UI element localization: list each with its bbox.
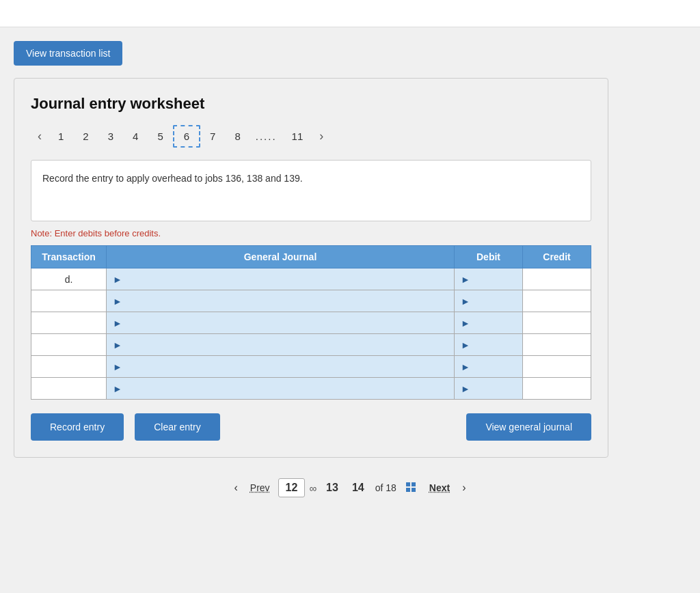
row-arrow-5: ► bbox=[113, 361, 122, 372]
general-journal-input-5[interactable] bbox=[122, 362, 450, 372]
grid-view-icon[interactable] bbox=[402, 478, 421, 497]
svg-rect-3 bbox=[412, 488, 416, 492]
action-buttons: Record entry Clear entry View general jo… bbox=[31, 413, 591, 441]
table-row: ► ► bbox=[31, 378, 591, 400]
table-row: ► ► bbox=[31, 290, 591, 312]
tab-2[interactable]: 2 bbox=[73, 126, 98, 146]
general-journal-cell-2[interactable]: ► bbox=[107, 290, 455, 312]
bottom-next-label[interactable]: Next bbox=[424, 480, 455, 496]
row-arrow-1: ► bbox=[113, 274, 122, 285]
top-bar bbox=[0, 0, 700, 27]
row-arrow-2: ► bbox=[113, 296, 122, 307]
bottom-next-arrow[interactable]: › bbox=[458, 479, 470, 497]
general-journal-input-6[interactable] bbox=[122, 384, 450, 394]
credit-cell-6[interactable] bbox=[523, 378, 591, 400]
bottom-page-14[interactable]: 14 bbox=[347, 479, 370, 497]
debit-cell-3[interactable]: ► bbox=[455, 312, 523, 334]
tab-6[interactable]: 6 bbox=[173, 125, 200, 148]
table-row: ► ► bbox=[31, 312, 591, 334]
credit-input-1[interactable] bbox=[527, 275, 587, 285]
instruction-text: Record the entry to apply overhead to jo… bbox=[42, 173, 303, 184]
debit-input-6[interactable] bbox=[470, 384, 518, 394]
row-arrow-3: ► bbox=[113, 318, 122, 329]
tab-3[interactable]: 3 bbox=[98, 126, 123, 146]
bottom-prev-arrow[interactable]: ‹ bbox=[230, 479, 241, 497]
debit-arrow-6: ► bbox=[461, 383, 470, 394]
credit-input-3[interactable] bbox=[527, 318, 587, 329]
transaction-cell-6 bbox=[31, 378, 107, 400]
credit-cell-3[interactable] bbox=[523, 312, 591, 334]
prev-tab-arrow[interactable]: ‹ bbox=[31, 129, 49, 143]
view-general-journal-button[interactable]: View general journal bbox=[466, 413, 591, 441]
debit-arrow-3: ► bbox=[461, 318, 470, 329]
transaction-cell-1: d. bbox=[31, 268, 107, 290]
tab-dots: ..... bbox=[250, 126, 282, 146]
debit-cell-5[interactable]: ► bbox=[455, 356, 523, 378]
debit-input-4[interactable] bbox=[470, 340, 518, 350]
tab-8[interactable]: 8 bbox=[225, 126, 250, 146]
credit-input-5[interactable] bbox=[527, 362, 587, 372]
bottom-pagination: ‹ Prev 12 ∞ 13 14 of 18 Next › bbox=[14, 458, 686, 511]
view-transaction-button[interactable]: View transaction list bbox=[14, 41, 122, 66]
instruction-box: Record the entry to apply overhead to jo… bbox=[31, 160, 591, 221]
debit-cell-4[interactable]: ► bbox=[455, 334, 523, 356]
general-journal-input-2[interactable] bbox=[122, 296, 450, 307]
worksheet-container: Journal entry worksheet ‹ 1 2 3 4 5 6 7 … bbox=[14, 78, 608, 458]
tab-1[interactable]: 1 bbox=[49, 126, 73, 146]
col-credit: Credit bbox=[523, 246, 591, 268]
loop-icon: ∞ bbox=[308, 480, 318, 497]
transaction-cell-4 bbox=[31, 334, 107, 356]
debit-cell-6[interactable]: ► bbox=[455, 378, 523, 400]
svg-rect-0 bbox=[406, 482, 410, 486]
credit-input-4[interactable] bbox=[527, 340, 587, 350]
general-journal-cell-6[interactable]: ► bbox=[107, 378, 455, 400]
bottom-page-13[interactable]: 13 bbox=[321, 479, 344, 497]
debit-arrow-5: ► bbox=[461, 361, 470, 372]
note-text: Note: Enter debits before credits. bbox=[31, 228, 591, 238]
general-journal-cell-4[interactable]: ► bbox=[107, 334, 455, 356]
table-row: ► ► bbox=[31, 334, 591, 356]
col-transaction: Transaction bbox=[31, 246, 107, 268]
bottom-prev-label[interactable]: Prev bbox=[245, 480, 275, 496]
general-journal-input-4[interactable] bbox=[122, 340, 450, 350]
table-row: ► ► bbox=[31, 356, 591, 378]
credit-input-2[interactable] bbox=[527, 296, 587, 307]
credit-cell-5[interactable] bbox=[523, 356, 591, 378]
bottom-of-label: of 18 bbox=[373, 480, 399, 496]
general-journal-cell-1[interactable]: ► bbox=[107, 268, 455, 290]
row-arrow-6: ► bbox=[113, 383, 122, 394]
tab-11[interactable]: 11 bbox=[282, 126, 313, 146]
debit-arrow-2: ► bbox=[461, 296, 470, 307]
credit-cell-1[interactable] bbox=[523, 268, 591, 290]
main-content: View transaction list Journal entry work… bbox=[0, 27, 700, 525]
worksheet-title: Journal entry worksheet bbox=[31, 95, 591, 113]
transaction-cell-3 bbox=[31, 312, 107, 334]
credit-cell-2[interactable] bbox=[523, 290, 591, 312]
tab-5[interactable]: 5 bbox=[148, 126, 172, 146]
debit-input-5[interactable] bbox=[470, 362, 518, 372]
pagination-tabs: ‹ 1 2 3 4 5 6 7 8 ..... 11 › bbox=[31, 125, 591, 148]
svg-rect-1 bbox=[412, 482, 416, 486]
bottom-current-page[interactable]: 12 bbox=[278, 478, 306, 497]
next-tab-arrow[interactable]: › bbox=[312, 129, 330, 143]
credit-input-6[interactable] bbox=[527, 384, 587, 394]
debit-cell-1[interactable]: ► bbox=[455, 268, 523, 290]
tab-7[interactable]: 7 bbox=[200, 126, 225, 146]
general-journal-input-3[interactable] bbox=[122, 318, 450, 329]
general-journal-cell-3[interactable]: ► bbox=[107, 312, 455, 334]
debit-arrow-1: ► bbox=[461, 274, 470, 285]
debit-input-3[interactable] bbox=[470, 318, 518, 329]
debit-cell-2[interactable]: ► bbox=[455, 290, 523, 312]
debit-input-1[interactable] bbox=[470, 275, 518, 285]
row-arrow-4: ► bbox=[113, 340, 122, 350]
svg-rect-2 bbox=[406, 488, 410, 492]
record-entry-button[interactable]: Record entry bbox=[31, 413, 124, 441]
clear-entry-button[interactable]: Clear entry bbox=[135, 413, 219, 441]
debit-arrow-4: ► bbox=[461, 340, 470, 350]
general-journal-cell-5[interactable]: ► bbox=[107, 356, 455, 378]
general-journal-input-1[interactable] bbox=[122, 275, 450, 285]
tab-4[interactable]: 4 bbox=[123, 126, 148, 146]
table-row: d. ► ► bbox=[31, 268, 591, 290]
debit-input-2[interactable] bbox=[470, 296, 518, 307]
credit-cell-4[interactable] bbox=[523, 334, 591, 356]
